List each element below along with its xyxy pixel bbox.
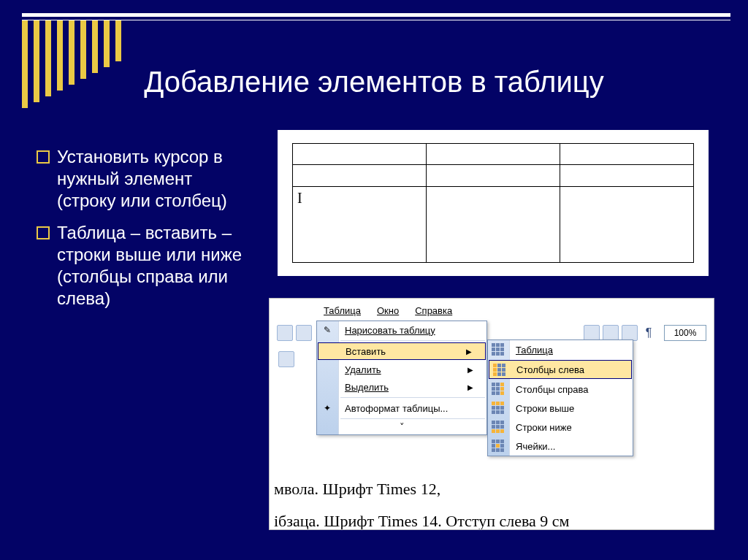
document-text-fragment: ібзаца. Шрифт Times 14. Отступ слева 9 с… xyxy=(274,512,570,530)
submenu-insert-table[interactable]: Таблица xyxy=(488,340,633,359)
menu-item-label: Строки ниже xyxy=(516,422,572,433)
sample-table: I xyxy=(292,143,694,263)
slide-top-accent xyxy=(22,13,730,20)
menu-item-label: Вставить xyxy=(346,346,386,357)
submenu-cols-right[interactable]: Столбцы справа xyxy=(488,380,633,399)
submenu-rows-below[interactable]: Строки ниже xyxy=(488,418,633,437)
columns-right-icon xyxy=(492,383,505,396)
list-item: Таблица – вставить – строки выше или ниж… xyxy=(37,222,256,310)
sparkle-icon: ✦ xyxy=(321,402,334,415)
menu-item-label: Ячейки... xyxy=(516,441,555,452)
page-title: Добавление элементов в таблицу xyxy=(0,66,748,99)
toolbar-button[interactable] xyxy=(584,325,600,341)
menu-draw-table[interactable]: ✎ Нарисовать таблицу xyxy=(317,321,486,339)
submenu-cols-left[interactable]: Столбцы слева xyxy=(489,360,632,379)
chevrons-down-icon: ˅ xyxy=(400,421,405,432)
columns-left-icon xyxy=(493,364,506,377)
table-icon xyxy=(492,343,505,356)
menu-select[interactable]: Выделить ▶ xyxy=(317,378,486,396)
menu-window[interactable]: Окно xyxy=(370,303,406,321)
toolbar-button[interactable] xyxy=(296,325,312,341)
triangle-right-icon: ▶ xyxy=(468,366,473,374)
word-ui-panel: Таблица Окно Справка ¶ 100% ✎ Нарисовать… xyxy=(269,298,714,530)
slide-bullet-list: Установить курсор в нужный элемент (стро… xyxy=(37,146,256,320)
document-text-fragment: мвола. Шрифт Times 12, xyxy=(274,480,440,499)
rows-above-icon xyxy=(492,402,505,415)
menu-insert[interactable]: Вставить ▶ xyxy=(318,342,486,360)
menu-item-label: Таблица xyxy=(516,345,553,356)
submenu-rows-above[interactable]: Строки выше xyxy=(488,399,633,418)
triangle-right-icon: ▶ xyxy=(466,348,472,356)
pilcrow-icon[interactable]: ¶ xyxy=(641,325,657,341)
cells-icon xyxy=(492,440,505,453)
zoom-combo[interactable]: 100% xyxy=(664,325,706,341)
toolbar-button[interactable] xyxy=(622,325,638,341)
submenu-cells[interactable]: Ячейки... xyxy=(488,437,633,456)
pencil-icon: ✎ xyxy=(321,323,334,337)
menu-item-label: Столбцы слева xyxy=(516,364,584,375)
rows-below-icon xyxy=(492,421,505,434)
toolbar-button[interactable] xyxy=(278,351,294,367)
menu-item-label: Строки выше xyxy=(516,403,574,414)
menu-help[interactable]: Справка xyxy=(408,303,459,321)
menu-expand[interactable]: ˅ xyxy=(317,421,486,434)
menu-autoformat[interactable]: ✦ Автоформат таблицы... xyxy=(317,399,486,417)
insert-submenu: Таблица Столбцы слева Столбцы справа Стр… xyxy=(487,340,633,456)
cursor-cell: I xyxy=(293,186,427,262)
table-dropdown-menu: ✎ Нарисовать таблицу Вставить ▶ Удалить … xyxy=(316,321,487,435)
menu-item-label: Столбцы справа xyxy=(516,384,589,395)
toolbar-button[interactable] xyxy=(277,325,293,341)
toolbar-button[interactable] xyxy=(603,325,619,341)
menu-item-label: Удалить xyxy=(345,364,381,375)
sample-table-panel: I xyxy=(278,130,709,276)
menu-delete[interactable]: Удалить ▶ xyxy=(317,361,486,378)
word-menubar: Таблица Окно Справка xyxy=(316,303,459,321)
menu-item-label: Нарисовать таблицу xyxy=(345,325,435,336)
menu-item-label: Выделить xyxy=(345,382,389,393)
menu-item-label: Автоформат таблицы... xyxy=(345,403,448,414)
list-item: Установить курсор в нужный элемент (стро… xyxy=(37,146,256,212)
menu-table[interactable]: Таблица xyxy=(316,303,368,321)
triangle-right-icon: ▶ xyxy=(468,383,473,391)
